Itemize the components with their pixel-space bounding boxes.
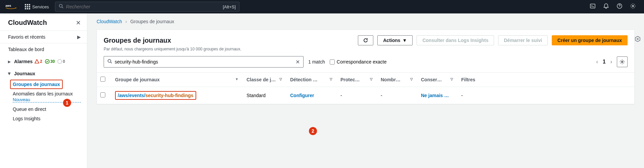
sort-icon[interactable]: ▼ (235, 77, 238, 81)
col-protection[interactable]: Protec… (340, 77, 360, 82)
breadcrumb-current: Groupes de journaux (130, 19, 174, 24)
alarm-badge-green: 30 (45, 59, 55, 64)
prev-page-icon[interactable]: ‹ (596, 59, 598, 65)
anomalies-label: Anomalies dans les journaux (13, 91, 73, 96)
panel-header: Groupes de journaux Actions▼ Consulter d… (97, 30, 634, 47)
sidebar: CloudWatch ✕ Favoris et récents ▶ Tablea… (0, 13, 87, 168)
svg-point-1 (59, 4, 62, 7)
select-all-checkbox[interactable] (100, 77, 105, 82)
settings-icon[interactable] (630, 3, 636, 10)
svg-point-11 (622, 61, 623, 62)
refresh-button[interactable] (358, 35, 373, 45)
aws-logo[interactable]: aws (5, 3, 17, 10)
col-detection[interactable]: Détection … (290, 77, 318, 82)
exact-match-checkbox[interactable] (330, 59, 335, 65)
favorites-label: Favoris et récents (8, 34, 45, 40)
log-group-prefix: /aws/events/ (118, 93, 146, 98)
global-search[interactable]: [Alt+S] (55, 2, 239, 12)
svg-point-9 (108, 59, 111, 62)
callout-badge-1: 1 (63, 99, 71, 107)
breadcrumb-root[interactable]: CloudWatch (97, 19, 122, 24)
panel-title: Groupes de journaux (104, 37, 354, 44)
alarm-badges: 2 30 0 (35, 59, 65, 64)
grid-icon (25, 4, 30, 9)
content-area: CloudWatch › Groupes de journaux Groupes… (87, 13, 644, 168)
sidebar-logs[interactable]: ▶ Journaux (0, 68, 87, 80)
cell-class: Standard (243, 87, 287, 104)
services-label: Services (32, 4, 49, 9)
clear-icon[interactable]: ✕ (296, 59, 300, 65)
actions-label: Actions (383, 38, 400, 43)
next-page-icon[interactable]: › (610, 59, 612, 65)
sort-icon[interactable]: ▽ (370, 77, 373, 81)
notifications-icon[interactable] (603, 3, 609, 10)
services-menu-button[interactable]: Services (21, 4, 52, 9)
table-header-row: Groupe de journaux▼ Classe de j…▽ Détect… (97, 73, 634, 87)
svg-text:aws: aws (5, 4, 11, 7)
insights-label: Consulter dans Logs Insights (422, 38, 488, 43)
svg-point-5 (632, 5, 634, 7)
col-filters[interactable]: Filtres (461, 77, 475, 82)
panel-subtitle: Par défaut, nous chargeons uniquement ju… (97, 47, 634, 56)
col-count[interactable]: Nombr… (381, 77, 400, 82)
col-loggroup[interactable]: Groupe de journaux (115, 77, 160, 82)
table-row: /aws/events/security-hub-findings Standa… (97, 87, 634, 104)
alarm-badge-red: 2 (35, 59, 42, 64)
view-insights-button: Consulter dans Logs Insights (417, 35, 494, 45)
filter-input[interactable] (115, 59, 296, 65)
topnav-right (590, 3, 639, 10)
cell-protection: - (337, 87, 377, 104)
pager: ‹ 1 › (596, 56, 628, 67)
sort-icon[interactable]: ▽ (279, 77, 282, 81)
start-tail-label: Démarrer le suivi (504, 38, 542, 43)
sidebar-dashboards[interactable]: Tableaux de bord (0, 43, 87, 55)
chevron-right-icon: ▶ (77, 34, 81, 40)
svg-line-10 (111, 62, 112, 64)
cell-detection-link[interactable]: Configurer (290, 93, 314, 98)
create-label: Créer un groupe de journaux (557, 38, 622, 43)
caret-right-icon: ▶ (8, 60, 11, 64)
sidebar-log-groups[interactable]: Groupes de journaux (10, 80, 63, 89)
search-shortcut: [Alt+S] (223, 4, 236, 9)
caret-down-icon: ▶ (8, 72, 11, 75)
sidebar-log-anomalies[interactable]: Anomalies dans les journaux Nouveau (0, 89, 87, 104)
alarms-label: Alarmes (14, 59, 33, 64)
breadcrumb: CloudWatch › Groupes de journaux (87, 13, 644, 27)
global-search-input[interactable] (66, 4, 223, 9)
col-retention[interactable]: Conser… (421, 77, 442, 82)
sort-icon[interactable]: ▽ (450, 77, 453, 81)
svg-point-7 (58, 59, 62, 64)
sort-icon[interactable]: ▽ (410, 77, 413, 81)
log-group-filter[interactable]: ✕ (104, 56, 304, 68)
svg-line-2 (62, 7, 63, 8)
hex-icon[interactable] (634, 36, 641, 44)
exact-match-toggle[interactable]: Correspondance exacte (330, 59, 387, 65)
logs-label: Journaux (14, 71, 35, 76)
svg-point-8 (637, 38, 638, 40)
filter-row: ✕ 1 match Correspondance exacte ‹ 1 › (97, 56, 634, 72)
sort-icon[interactable]: ▽ (330, 77, 332, 81)
exact-match-label: Correspondance exacte (337, 59, 387, 65)
cloudshell-icon[interactable] (590, 3, 596, 10)
sidebar-header: CloudWatch ✕ (0, 13, 87, 31)
log-group-link[interactable]: /aws/events/security-hub-findings (115, 91, 196, 100)
sidebar-logs-insights[interactable]: Logs Insights (0, 114, 87, 123)
dashboards-label: Tableaux de bord (8, 47, 44, 52)
sidebar-live-tail[interactable]: Queue en direct (0, 104, 87, 114)
caret-down-icon: ▼ (402, 38, 407, 43)
top-nav: aws Services [Alt+S] (0, 0, 644, 13)
search-icon (59, 4, 63, 10)
callout-badge-2: 2 (309, 127, 317, 135)
actions-button[interactable]: Actions▼ (377, 35, 413, 45)
sidebar-alarms[interactable]: ▶ Alarmes 2 30 0 (0, 55, 87, 68)
table-settings-button[interactable] (617, 56, 628, 67)
create-log-group-button[interactable]: Créer un groupe de journaux (552, 35, 628, 45)
log-groups-table: Groupe de journaux▼ Classe de j…▽ Détect… (97, 72, 634, 104)
cell-retention-link[interactable]: Ne jamais … (421, 93, 449, 98)
help-icon[interactable] (616, 3, 623, 10)
row-checkbox[interactable] (100, 92, 105, 97)
col-class[interactable]: Classe de j… (247, 77, 276, 82)
sidebar-title: CloudWatch (8, 19, 76, 27)
close-icon[interactable]: ✕ (76, 19, 81, 27)
sidebar-favorites[interactable]: Favoris et récents ▶ (0, 31, 87, 43)
